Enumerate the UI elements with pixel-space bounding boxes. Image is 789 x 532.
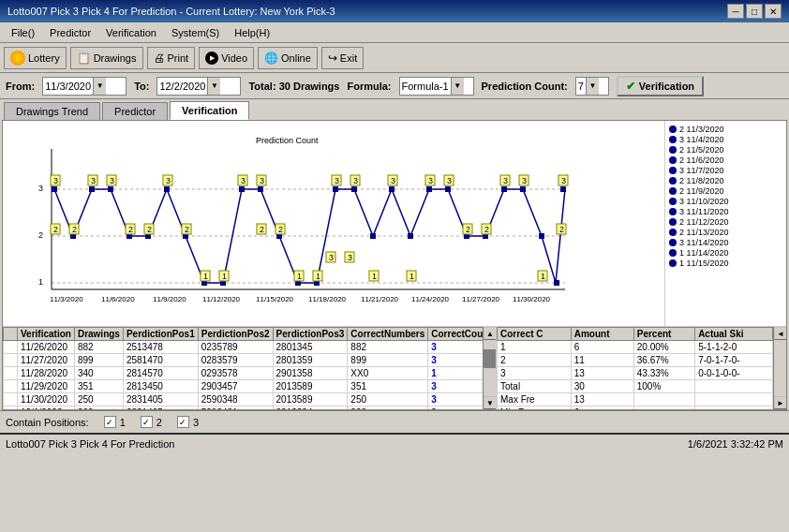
- stats-cell-actual: 0-0-1-0-0-: [695, 367, 773, 380]
- stats-cell-percent: 20.00%: [633, 341, 694, 354]
- table-row[interactable]: 12/1/20202092831405529048102138942093: [4, 406, 484, 410]
- stats-cell-amount: 13: [571, 393, 633, 406]
- table-row[interactable]: 11/28/2020340281457002935782901358XX01: [4, 367, 484, 380]
- svg-text:3: 3: [391, 176, 395, 185]
- pred-count-value: 7: [578, 81, 584, 92]
- formula-dropdown[interactable]: ▼: [451, 78, 464, 95]
- title-bar: Lotto007 Pick 3 Pick 4 For Prediction - …: [0, 0, 789, 22]
- verify-button[interactable]: ✔ Verification: [617, 76, 704, 96]
- menu-system[interactable]: System(S): [164, 25, 227, 40]
- tab-predictor[interactable]: Predictor: [102, 102, 168, 120]
- table-row[interactable]: 11/26/20208822513478023578928013458823: [4, 341, 484, 354]
- formula-combo[interactable]: Formula-1 ▼: [399, 77, 474, 96]
- legend-item: 2 11/12/2020: [669, 217, 782, 227]
- svg-text:3: 3: [503, 176, 508, 185]
- cell-pos3: 2013589: [273, 393, 348, 406]
- from-combo[interactable]: 11/3/2020 ▼: [42, 77, 127, 96]
- cell-pos1: 2513478: [123, 341, 198, 354]
- stats-cell-percent: [633, 393, 694, 406]
- dp20: [408, 233, 413, 239]
- pred-count-label: Prediction Count:: [482, 81, 568, 92]
- table-row[interactable]: 11/29/20203512813450290345720135893513: [4, 380, 484, 393]
- to-combo[interactable]: 12/2/2020 ▼: [156, 77, 241, 96]
- stats-row: Total30100%: [498, 380, 773, 393]
- svg-text:2: 2: [185, 225, 189, 234]
- video-icon: ▶: [205, 52, 218, 65]
- x-label-2: 11/6/2020: [101, 295, 135, 303]
- stats-cell-actual: 7-0-1-7-0-: [695, 354, 773, 367]
- right-scrollbar[interactable]: ◄ ►: [773, 327, 786, 409]
- cb2[interactable]: ✓: [141, 416, 153, 428]
- scroll-thumb[interactable]: [484, 349, 496, 368]
- cell-pos2: 0235789: [198, 341, 273, 354]
- vertical-scrollbar[interactable]: ▲ ▼: [483, 327, 496, 409]
- dp7: [164, 186, 170, 192]
- menu-help[interactable]: Help(H): [227, 25, 277, 40]
- from-label: From:: [6, 81, 35, 92]
- to-dropdown[interactable]: ▼: [207, 78, 220, 95]
- cell-correct: 899: [348, 354, 428, 367]
- drawings-icon: 📋: [77, 52, 91, 65]
- cell-pos1: 2813450: [123, 380, 198, 393]
- stats-cell-actual: [695, 393, 773, 406]
- close-button[interactable]: ✕: [765, 4, 782, 19]
- stats-cell-amount: 13: [571, 367, 633, 380]
- stats-cell-amount: 11: [571, 354, 633, 367]
- row-indicator: [4, 406, 18, 410]
- print-label: Print: [168, 52, 189, 64]
- main-content: 1 2 3 Prediction Count: [2, 120, 787, 410]
- svg-text:3: 3: [260, 176, 264, 185]
- cell-count: 3: [428, 406, 483, 410]
- cb3[interactable]: ✓: [177, 416, 189, 428]
- menu-predictor[interactable]: Predictor: [42, 25, 98, 40]
- pred-count-dropdown[interactable]: ▼: [586, 78, 599, 95]
- svg-text:2: 2: [559, 225, 564, 234]
- pred-count-combo[interactable]: 7 ▼: [575, 77, 609, 96]
- tab-drawings-trend[interactable]: Drawings Trend: [4, 102, 100, 120]
- col-header-count: CorrectCount: [428, 328, 483, 341]
- legend-item: 2 11/6/2020: [669, 155, 782, 165]
- right-scroll-right[interactable]: ►: [774, 396, 786, 409]
- scroll-up-button[interactable]: ▲: [484, 327, 496, 340]
- cell-correct: XX0: [348, 367, 428, 380]
- check-icon: ✔: [626, 80, 635, 93]
- online-label: Online: [281, 52, 311, 64]
- online-button[interactable]: 🌐 Online: [258, 47, 318, 69]
- svg-text:3: 3: [447, 176, 452, 185]
- col-header-percent: Percent: [633, 328, 694, 341]
- menu-file[interactable]: File(): [4, 25, 42, 40]
- cell-pos1: 2814570: [123, 367, 198, 380]
- lottery-button[interactable]: Lottery: [4, 47, 67, 69]
- cell-correct: 351: [348, 380, 428, 393]
- table-row[interactable]: 11/27/20208992581470028357928013598993: [4, 354, 484, 367]
- svg-text:2: 2: [466, 225, 470, 234]
- minimize-button[interactable]: ─: [727, 4, 744, 19]
- cb1[interactable]: ✓: [104, 416, 116, 428]
- toolbar: Lottery 📋 Drawings 🖨 Print ▶ Video 🌐 Onl…: [0, 43, 789, 73]
- video-button[interactable]: ▶ Video: [199, 47, 254, 69]
- from-value: 11/3/2020: [45, 81, 91, 92]
- y-label-1: 1: [38, 277, 43, 287]
- chart-legend: 2 11/3/2020 3 11/4/2020 2 11/5/2020 2 11…: [664, 121, 786, 326]
- formula-label: Formula:: [347, 81, 391, 92]
- col-header-pos2: PerdictionPos2: [198, 328, 273, 341]
- from-dropdown[interactable]: ▼: [93, 78, 106, 95]
- chart-plot: 1 2 3 Prediction Count: [3, 121, 664, 326]
- scroll-down-button[interactable]: ▼: [484, 396, 496, 409]
- chart-area: 1 2 3 Prediction Count: [3, 121, 786, 327]
- drawings-button[interactable]: 📋 Drawings: [70, 47, 143, 69]
- menu-verification[interactable]: Verification: [98, 25, 164, 40]
- exit-button[interactable]: ↪ Exit: [321, 47, 364, 69]
- stats-cell-percent: 36.67%: [633, 354, 694, 367]
- tab-verification[interactable]: Verification: [170, 101, 249, 120]
- print-button[interactable]: 🖨 Print: [147, 47, 196, 69]
- table-row[interactable]: 11/30/20202502831405259034820135892503: [4, 393, 484, 406]
- cell-drawings: 340: [74, 367, 123, 380]
- stats-cell-correct: Total: [498, 380, 572, 393]
- cell-pos3: 0213894: [273, 406, 348, 410]
- title-controls: ─ □ ✕: [727, 4, 782, 19]
- legend-item: 1 11/14/2020: [669, 248, 782, 258]
- cell-correct: 882: [348, 341, 428, 354]
- maximize-button[interactable]: □: [746, 4, 763, 19]
- right-scroll-left[interactable]: ◄: [774, 327, 786, 340]
